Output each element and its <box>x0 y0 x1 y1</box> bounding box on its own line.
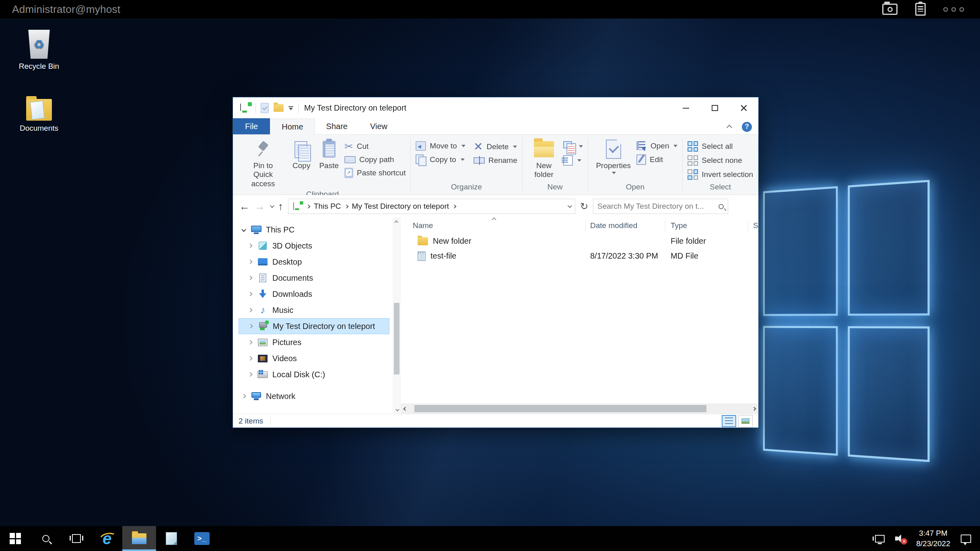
notepad-button[interactable] <box>156 526 187 551</box>
column-header-size[interactable]: Size <box>748 220 758 231</box>
internet-explorer-button[interactable]: e <box>92 526 122 551</box>
copy-path-button[interactable]: ··· Copy path <box>344 155 406 164</box>
nav-item-this-pc[interactable]: This PC <box>239 222 389 238</box>
action-center-icon[interactable] <box>961 535 971 543</box>
expander-icon[interactable] <box>247 308 253 312</box>
nav-item-3d-objects[interactable]: 3D Objects <box>239 238 389 254</box>
expander-icon[interactable] <box>241 395 247 398</box>
search-box[interactable] <box>593 199 728 214</box>
column-header-date-modified[interactable]: Date modified <box>586 220 665 231</box>
select-all-button[interactable]: Select all <box>688 141 753 152</box>
file-type: MD File <box>665 251 748 261</box>
scroll-left-icon[interactable] <box>401 407 410 410</box>
rename-button[interactable]: Rename <box>474 156 517 165</box>
easy-access-button[interactable] <box>563 155 583 166</box>
nav-item-network[interactable]: Network <box>239 388 389 404</box>
up-button[interactable]: ↑ <box>278 201 283 212</box>
move-to-button[interactable]: Move to <box>416 141 465 151</box>
volume-muted-icon[interactable]: ✕ <box>895 534 906 543</box>
tab-view[interactable]: View <box>359 118 399 134</box>
pin-to-quick-access-button[interactable]: Pin to Quick access <box>239 138 287 189</box>
new-folder-button[interactable]: New folder <box>527 138 561 180</box>
expander-icon[interactable] <box>247 244 253 247</box>
tab-file[interactable]: File <box>233 118 270 134</box>
network-status-icon[interactable] <box>875 535 885 543</box>
nav-item-pictures[interactable]: Pictures <box>239 334 389 350</box>
file-row-test-file[interactable]: test-file 8/17/2022 3:30 PM MD File <box>401 249 758 263</box>
taskbar-search-button[interactable] <box>31 526 61 551</box>
button-label: Edit <box>650 155 663 164</box>
start-button[interactable] <box>0 526 31 551</box>
address-bar[interactable]: This PC My Test Directory on teleport <box>288 199 575 214</box>
details-view-button[interactable] <box>722 415 736 427</box>
scrollbar-thumb[interactable] <box>414 405 706 412</box>
scroll-down-icon[interactable] <box>393 406 401 414</box>
collapse-ribbon-icon[interactable] <box>727 125 732 130</box>
expander-icon[interactable] <box>247 260 253 263</box>
expander-icon[interactable] <box>247 357 253 360</box>
expander-icon[interactable] <box>247 292 253 296</box>
nav-item-my-test-directory[interactable]: My Test Directory on teleport <box>239 318 389 334</box>
large-icons-view-button[interactable] <box>738 415 753 427</box>
tab-home[interactable]: Home <box>270 119 315 135</box>
tab-share[interactable]: Share <box>315 118 359 134</box>
nav-item-music[interactable]: ♪ Music <box>239 302 389 318</box>
desktop-icon-documents[interactable]: Documents <box>13 99 65 133</box>
expander-icon[interactable] <box>247 341 253 344</box>
expander-icon[interactable] <box>241 228 247 231</box>
select-none-button[interactable]: Select none <box>688 155 753 166</box>
maximize-button[interactable] <box>700 97 729 119</box>
new-item-button[interactable] <box>563 141 583 152</box>
file-explorer-button[interactable] <box>122 526 156 551</box>
help-icon[interactable]: ? <box>742 122 752 132</box>
close-button[interactable]: ✕ <box>729 97 758 119</box>
taskbar-clock[interactable]: 3:47 PM 8/23/2022 <box>916 528 950 549</box>
scroll-up-icon[interactable] <box>393 218 401 226</box>
expander-icon[interactable] <box>247 276 253 280</box>
cut-button[interactable]: ✂ Cut <box>344 141 406 152</box>
open-button[interactable]: Open <box>636 141 677 151</box>
properties-button[interactable]: Properties <box>593 138 634 175</box>
clipboard-icon[interactable] <box>915 3 926 16</box>
recent-locations-icon[interactable] <box>270 204 274 208</box>
search-input[interactable] <box>597 202 716 211</box>
minimize-button[interactable] <box>671 97 700 119</box>
paste-button[interactable]: Paste <box>316 138 342 171</box>
file-transfer-icon[interactable] <box>882 4 898 15</box>
horizontal-scrollbar[interactable] <box>401 403 758 414</box>
refresh-icon[interactable]: ↻ <box>580 201 588 212</box>
powershell-button[interactable]: >_ <box>187 526 217 551</box>
nav-scrollbar[interactable] <box>393 218 401 414</box>
edit-button[interactable]: Edit <box>636 154 677 165</box>
properties-quick-icon[interactable] <box>261 103 269 113</box>
customize-toolbar-dropdown-icon[interactable] <box>288 106 293 110</box>
nav-item-downloads[interactable]: Downloads <box>239 286 389 302</box>
invert-selection-button[interactable]: Invert selection <box>688 169 753 180</box>
title-bar[interactable]: My Test Directory on teleport ✕ <box>233 97 758 119</box>
nav-item-videos[interactable]: Videos <box>239 350 389 366</box>
back-button[interactable]: ← <box>239 201 250 212</box>
nav-item-desktop[interactable]: Desktop <box>239 254 389 270</box>
breadcrumb-this-pc[interactable]: This PC <box>314 202 341 211</box>
copy-button[interactable]: Copy <box>289 138 313 171</box>
copy-to-button[interactable]: Copy to <box>416 154 465 165</box>
more-icon[interactable] <box>943 7 964 12</box>
expander-icon[interactable] <box>247 373 253 376</box>
address-dropdown-icon[interactable] <box>568 204 572 208</box>
new-folder-quick-icon[interactable] <box>274 104 284 112</box>
file-row-new-folder[interactable]: New folder File folder <box>401 234 758 249</box>
expander-icon[interactable] <box>248 325 253 328</box>
column-header-name[interactable]: Name <box>401 220 586 231</box>
paste-shortcut-button[interactable]: Paste shortcut <box>344 168 406 178</box>
nav-item-documents[interactable]: Documents <box>239 270 389 286</box>
nav-item-local-disk-c[interactable]: Local Disk (C:) <box>239 366 389 382</box>
scrollbar-thumb[interactable] <box>394 303 399 374</box>
breadcrumb-current-folder[interactable]: My Test Directory on teleport <box>352 202 449 211</box>
task-view-button[interactable] <box>61 526 92 551</box>
scroll-right-icon[interactable] <box>749 407 758 410</box>
search-icon[interactable] <box>719 204 724 209</box>
desktop-icon-recycle-bin[interactable]: ♻ Recycle Bin <box>13 30 65 71</box>
delete-button[interactable]: ✕ Delete <box>474 141 517 152</box>
forward-button[interactable]: → <box>255 201 265 212</box>
column-header-type[interactable]: Type <box>665 220 748 231</box>
